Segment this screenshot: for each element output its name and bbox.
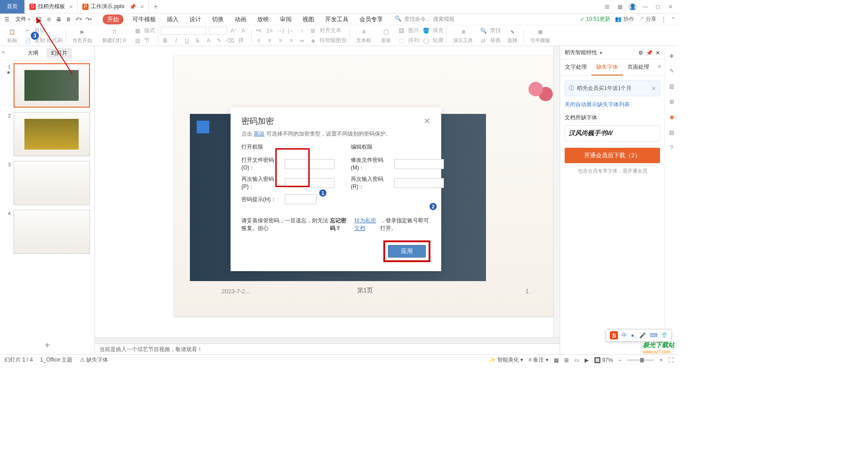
view-slideshow-icon[interactable]: ▶ — [585, 357, 589, 363]
settings-icon[interactable]: ⚙ — [638, 50, 643, 56]
redo-icon[interactable]: ↷▾ — [85, 15, 93, 24]
edit-password-confirm-input[interactable] — [394, 178, 444, 188]
bold-icon[interactable]: B — [161, 37, 169, 45]
cut-icon[interactable]: ✂ — [24, 27, 32, 35]
user-avatar-icon[interactable]: 👤 — [628, 3, 637, 11]
apply-button[interactable]: 应用 — [388, 245, 426, 258]
apps-icon[interactable]: ▦ — [616, 3, 624, 11]
slides-tab[interactable]: 幻灯片 — [47, 48, 72, 58]
side-tool-6-icon[interactable]: ▤ — [668, 128, 676, 136]
play-from-here[interactable]: ▶当页开始 — [69, 27, 96, 44]
save-icon[interactable]: 🖫 — [35, 15, 43, 24]
align-left-icon[interactable]: ≡ — [255, 37, 263, 45]
file-menu[interactable]: 文件▾ — [13, 14, 33, 24]
view-normal-icon[interactable]: ▦ — [554, 357, 559, 363]
indent-dec-icon[interactable]: |← — [287, 27, 295, 35]
undo-icon[interactable]: ↶▾ — [75, 15, 83, 24]
increase-font-icon[interactable]: A⁺ — [230, 27, 238, 35]
outline-tab[interactable]: 大纲 — [23, 48, 43, 58]
tab-close-icon[interactable]: × — [140, 3, 144, 10]
search-template-input[interactable]: 搜索模板 — [433, 15, 455, 23]
side-tool-2-icon[interactable]: ✎ — [668, 67, 676, 75]
add-slide-button[interactable]: + — [0, 337, 94, 354]
select-btn[interactable]: ⬉选择 — [504, 27, 521, 44]
highlight-icon[interactable]: ✎ — [215, 37, 223, 45]
tab-insert[interactable]: 插入 — [165, 14, 180, 24]
ime-toolbar[interactable]: S 中 ●, 🎤 ⌨ 👕 — [606, 329, 672, 342]
bullets-icon[interactable]: •≡ — [255, 27, 263, 35]
vertical-scrollbar[interactable] — [553, 46, 560, 337]
distribute-icon[interactable]: ⇔ — [298, 37, 306, 45]
ime-skin-icon[interactable]: 👕 — [661, 332, 668, 338]
dialog-close-icon[interactable]: ✕ — [424, 116, 430, 126]
shape-btn[interactable]: ◯形状 — [377, 27, 395, 44]
new-slide[interactable]: 🗋新建幻灯片 — [99, 27, 131, 44]
collab-button[interactable]: 👥 协作 — [615, 15, 634, 23]
missing-font-warning[interactable]: ⚠ 缺失字体 — [80, 356, 108, 364]
side-tool-5-icon[interactable]: ◉ — [668, 113, 676, 121]
pinyin-icon[interactable]: 拼 — [237, 37, 245, 45]
tab-animation[interactable]: 动画 — [233, 14, 248, 24]
private-doc-link[interactable]: 转为私密文档 — [354, 217, 379, 232]
kn-template-btn[interactable]: ▦可牛模板 — [527, 27, 554, 44]
ime-voice-icon[interactable]: 🎤 — [639, 332, 646, 338]
tab-close-icon[interactable]: × — [69, 3, 73, 10]
rp-menu-icon[interactable]: ≡ — [654, 60, 665, 75]
align-right-icon[interactable]: ≡ — [276, 37, 284, 45]
zoom-out-icon[interactable]: − — [618, 357, 622, 363]
find-btn[interactable]: 🔍查找 — [479, 27, 501, 35]
line-spacing-icon[interactable]: ↕ — [298, 27, 306, 35]
ime-keyboard-icon[interactable]: ⌨ — [650, 332, 657, 338]
indent-inc-icon[interactable]: →| — [276, 27, 284, 35]
notes-bar[interactable]: 当前是插入一个综艺节目视频，敬请观看！ — [95, 343, 560, 354]
fill-btn[interactable]: 🪣填充 — [422, 27, 443, 35]
minimize-icon[interactable]: — — [641, 3, 649, 11]
tab-kn-template[interactable]: 可牛模板 — [131, 14, 158, 24]
more-icon[interactable]: ⋮ — [661, 16, 666, 23]
ime-lang[interactable]: 中 — [622, 332, 627, 339]
slide-thumbnail-2[interactable] — [14, 112, 90, 156]
promo-banner[interactable]: ⓘ 稻壳会员买1年送1个月 ✕ — [565, 80, 660, 96]
tab-home[interactable]: 首页 — [0, 0, 25, 14]
ime-punct-icon[interactable]: ●, — [631, 332, 636, 338]
tab-template-store[interactable]: D 找稻壳模板 × — [25, 0, 78, 14]
tab-dev[interactable]: 开发工具 — [323, 14, 350, 24]
tab-member[interactable]: 会员专享 — [358, 14, 385, 24]
rp-tab-text[interactable]: 文字处理 — [560, 60, 591, 75]
share-button[interactable]: ↗ 分享 — [639, 15, 656, 23]
font-color-icon[interactable]: A — [204, 37, 212, 45]
clear-format-icon[interactable]: ⌫ — [226, 37, 234, 45]
align-text-btn[interactable]: ⊞对齐文本 — [309, 27, 347, 35]
layout-btn[interactable]: ▦版式 — [133, 27, 155, 35]
section-btn[interactable]: ▤节 — [133, 37, 155, 45]
tab-slideshow[interactable]: 放映 — [255, 14, 271, 24]
beautify-btn[interactable]: ✨ 智能美化 ▾ — [489, 356, 523, 364]
download-fonts-button[interactable]: 开通会员后下载（2） — [565, 148, 660, 163]
close-pane-icon[interactable]: ✕ — [656, 50, 660, 56]
missing-font-item[interactable]: 汉风尚巍手书W — [565, 125, 660, 141]
pin-icon[interactable]: 📌 — [646, 50, 653, 56]
zoom-in-icon[interactable]: + — [660, 357, 663, 363]
arrange-btn[interactable]: ⬚排列 — [397, 37, 419, 45]
side-tool-4-icon[interactable]: ⊞ — [668, 98, 676, 106]
print-icon[interactable]: 🖶 — [55, 15, 63, 24]
replace-btn[interactable]: ⇄替换 — [479, 37, 501, 45]
tab-add-button[interactable]: + — [149, 3, 162, 11]
open-password-confirm-input[interactable] — [285, 178, 335, 188]
pin-icon[interactable]: 📌 — [129, 4, 136, 10]
rp-tab-page[interactable]: 页面处理 — [623, 60, 654, 75]
picture-btn[interactable]: 🖼图片 — [397, 27, 419, 35]
advanced-link[interactable]: 高级 — [254, 131, 264, 137]
theme-name[interactable]: 1_Office 主题 — [40, 356, 73, 364]
print-preview-icon[interactable]: 🗎 — [65, 15, 73, 24]
edit-password-input[interactable] — [394, 159, 444, 169]
layout-icon[interactable]: ⊞ — [603, 3, 611, 11]
search-command-input[interactable]: 查找命令... — [404, 15, 430, 23]
side-tool-1-icon[interactable]: ◈ — [668, 52, 676, 60]
present-tools[interactable]: 🖥演示工具 — [449, 27, 476, 44]
close-icon[interactable]: ✕ — [666, 3, 675, 11]
zoom-slider[interactable] — [627, 359, 654, 361]
open-password-input[interactable] — [285, 159, 335, 169]
tab-transition[interactable]: 切换 — [210, 14, 226, 24]
tab-review[interactable]: 审阅 — [278, 14, 293, 24]
